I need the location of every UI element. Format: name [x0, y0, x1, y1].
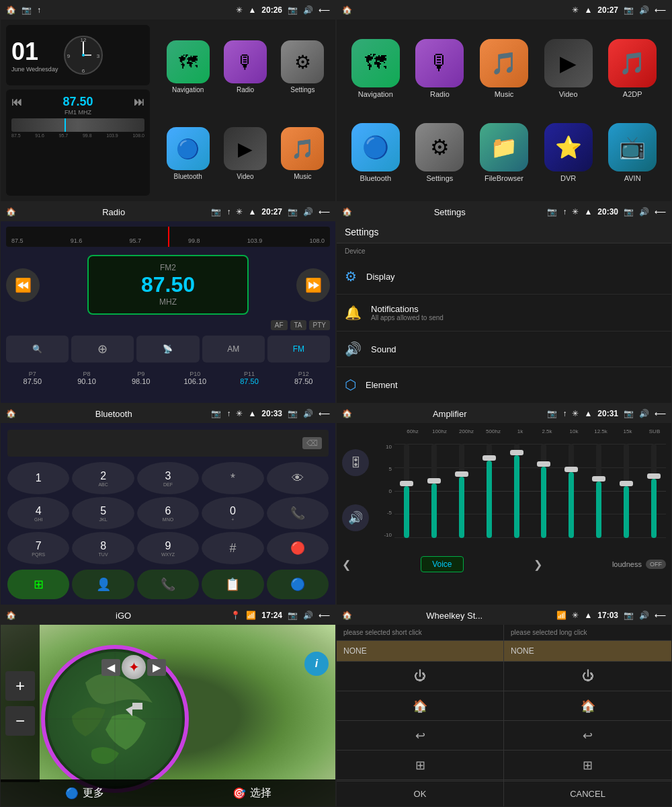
- bt-key-4[interactable]: 4 GHI: [7, 497, 69, 529]
- wk-cancel-button[interactable]: CANCEL: [504, 781, 671, 806]
- grid-app-a2dp[interactable]: 🎵 A2DP: [601, 39, 663, 98]
- wk-item-power-short[interactable]: ⏻: [337, 662, 504, 691]
- eq-band-2[interactable]: [422, 444, 447, 538]
- bt-key-end[interactable]: 🔴: [267, 532, 329, 564]
- amp-preset-next[interactable]: ❯: [534, 558, 542, 571]
- eq-band-6[interactable]: [532, 444, 556, 538]
- grid-app-settings[interactable]: ⚙ Settings: [409, 123, 471, 182]
- igo-more-btn[interactable]: 🔵 更多: [1, 786, 168, 800]
- radio-flag-pty[interactable]: PTY: [309, 320, 330, 330]
- bt-back-icon[interactable]: ⟵: [319, 409, 330, 418]
- preset-p9[interactable]: P9 98.10: [114, 368, 167, 388]
- compass-right[interactable]: ▶: [147, 659, 166, 676]
- preset-p11[interactable]: P11 87.50: [223, 368, 276, 388]
- bt-number-input[interactable]: ⌫: [7, 430, 329, 457]
- settings-sound-item[interactable]: 🔊 Sound: [337, 332, 671, 367]
- bt-key-3[interactable]: 3 DEF: [137, 462, 199, 494]
- radio-back-icon[interactable]: ⟵: [319, 207, 330, 217]
- home-back-icon[interactable]: ⟵: [319, 5, 330, 15]
- radio-next-button[interactable]: ⏩: [296, 268, 330, 302]
- compass-left[interactable]: ◀: [101, 659, 120, 676]
- radio-flag-af[interactable]: AF: [271, 320, 288, 330]
- bt-key-eye[interactable]: 👁: [267, 462, 329, 494]
- radio-prev-small[interactable]: ⏮: [11, 96, 22, 108]
- igo-home-icon[interactable]: 🏠: [6, 611, 16, 620]
- bt-key-9[interactable]: 9 WXYZ: [137, 532, 199, 564]
- appgrid-back-icon[interactable]: ⟵: [655, 5, 666, 15]
- eq-band-9[interactable]: [614, 444, 638, 538]
- settings-element-item[interactable]: ⬡ Element: [337, 367, 671, 401]
- settings-notifications-item[interactable]: 🔔 Notifications All apps allowed to send: [337, 295, 671, 332]
- grid-app-bluetooth[interactable]: 🔵 Bluetooth: [345, 123, 407, 182]
- wk-item-home-long[interactable]: 🏠: [504, 691, 671, 721]
- wk-home-icon[interactable]: 🏠: [342, 611, 352, 620]
- preset-p8[interactable]: P8 90.10: [60, 368, 114, 388]
- grid-app-radio[interactable]: 🎙 Radio: [409, 39, 471, 98]
- home-icon[interactable]: 🏠: [6, 5, 16, 15]
- appgrid-home-icon[interactable]: 🏠: [342, 5, 352, 15]
- bt-key-8[interactable]: 8 TUV: [72, 532, 134, 564]
- bt-key-7[interactable]: 7 PQRS: [7, 532, 69, 564]
- wk-item-back-short[interactable]: ↩: [337, 721, 504, 751]
- app-music[interactable]: 🎵 Music: [276, 127, 330, 180]
- bt-home-icon[interactable]: 🏠: [6, 409, 16, 418]
- app-video[interactable]: ▶ Video: [218, 127, 272, 180]
- grid-app-video[interactable]: ▶ Video: [538, 39, 599, 98]
- bt-key-hash[interactable]: #: [202, 532, 263, 564]
- bt-key-6[interactable]: 6 MNO: [137, 497, 199, 529]
- bt-call-btn[interactable]: 📞: [137, 570, 199, 599]
- bt-key-1[interactable]: 1: [7, 462, 69, 494]
- settings-back-icon[interactable]: ⟵: [655, 207, 666, 217]
- wk-item-grid-short[interactable]: ⊞: [337, 751, 504, 780]
- eq-band-5[interactable]: [504, 444, 529, 538]
- igo-zoom-out[interactable]: −: [5, 706, 35, 736]
- settings-display-item[interactable]: ⚙ Display: [337, 259, 671, 295]
- bt-messages-btn[interactable]: 📋: [202, 570, 263, 599]
- radio-antenna-btn[interactable]: 📡: [136, 336, 199, 362]
- igo-back-icon[interactable]: ⟵: [319, 611, 330, 620]
- grid-app-filebrowser[interactable]: 📁 FileBrowser: [473, 123, 535, 182]
- eq-band-8[interactable]: [587, 444, 612, 538]
- preset-p10[interactable]: P10 106.10: [169, 368, 222, 388]
- grid-app-nav[interactable]: 🗺 Navigation: [345, 39, 407, 98]
- bt-backspace-icon[interactable]: ⌫: [302, 437, 322, 449]
- bt-key-2[interactable]: 2 ABC: [72, 462, 134, 494]
- amp-speaker-icon[interactable]: 🔊: [342, 504, 369, 531]
- app-radio[interactable]: 🎙 Radio: [218, 40, 272, 93]
- app-settings[interactable]: ⚙ Settings: [276, 40, 330, 93]
- app-bluetooth[interactable]: 🔵 Bluetooth: [161, 127, 215, 180]
- preset-p7[interactable]: P7 87.50: [6, 368, 59, 388]
- wk-item-grid-long[interactable]: ⊞: [504, 751, 671, 780]
- radio-search-btn[interactable]: 🔍: [6, 336, 69, 362]
- wk-none-long[interactable]: NONE: [504, 641, 671, 662]
- wk-item-power-long[interactable]: ⏻: [504, 662, 671, 691]
- radio-prev-button[interactable]: ⏪: [6, 268, 40, 302]
- preset-p12[interactable]: P12 87.50: [277, 368, 330, 388]
- bt-key-star[interactable]: *: [202, 462, 263, 494]
- grid-app-avin[interactable]: 📺 AVIN: [601, 123, 663, 182]
- igo-select-btn[interactable]: 🎯 选择: [168, 786, 335, 800]
- wk-ok-button[interactable]: OK: [337, 781, 504, 806]
- amp-equalizer-icon[interactable]: 🎛: [342, 449, 369, 476]
- bt-settings-btn[interactable]: 🔵: [267, 570, 329, 599]
- app-navigation[interactable]: 🗺 Navigation: [161, 40, 215, 93]
- amp-back-icon[interactable]: ⟵: [655, 409, 666, 418]
- eq-band-1[interactable]: [394, 444, 419, 538]
- wk-item-back-long[interactable]: ↩: [504, 721, 671, 751]
- eq-band-7[interactable]: [559, 444, 584, 538]
- grid-app-dvr[interactable]: ⭐ DVR: [538, 123, 599, 182]
- eq-band-4[interactable]: [476, 444, 501, 538]
- radio-next-small[interactable]: ⏭: [134, 96, 144, 108]
- amp-preset-prev[interactable]: ❮: [342, 558, 351, 571]
- bt-key-call[interactable]: 📞: [267, 497, 329, 529]
- radio-am-btn[interactable]: AM: [202, 336, 265, 362]
- igo-zoom-in[interactable]: +: [5, 671, 35, 701]
- igo-info-button[interactable]: i: [304, 652, 329, 676]
- radio-home-icon[interactable]: 🏠: [6, 207, 16, 217]
- wk-item-home-short[interactable]: 🏠: [337, 691, 504, 721]
- wk-none-short[interactable]: NONE: [337, 641, 504, 662]
- settings-home-icon[interactable]: 🏠: [342, 207, 352, 217]
- radio-fm-btn[interactable]: FM: [267, 336, 330, 362]
- radio-flag-ta[interactable]: TA: [290, 320, 306, 330]
- eq-band-10[interactable]: [641, 444, 666, 538]
